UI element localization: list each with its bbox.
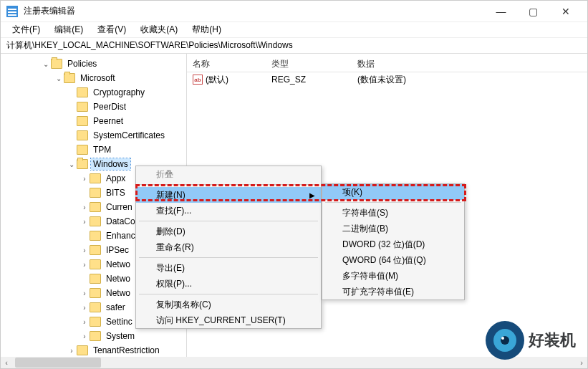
value-type: REG_SZ — [271, 75, 357, 85]
folder-icon — [77, 145, 88, 155]
ctx-new-qword[interactable]: QWORD (64 位)值(Q) — [322, 252, 464, 268]
folder-icon — [64, 73, 75, 83]
chevron-down-icon[interactable]: ⌄ — [54, 75, 64, 82]
tree-scrollbar[interactable]: ‹ › — [1, 357, 187, 368]
close-button[interactable]: ✕ — [549, 1, 582, 21]
ctx-find[interactable]: 查找(F)... — [136, 203, 321, 219]
menu-edit[interactable]: 编辑(E) — [49, 22, 89, 37]
chevron-right-icon[interactable]: › — [67, 347, 77, 355]
folder-icon — [77, 116, 88, 126]
tree-item-policies[interactable]: ⌄Policies — [1, 57, 186, 71]
chevron-right-icon[interactable]: › — [79, 289, 90, 297]
regedit-icon — [6, 6, 18, 17]
folder-icon — [90, 173, 101, 183]
ctx-new-dword[interactable]: DWORD (32 位)值(D) — [322, 236, 464, 252]
col-data[interactable]: 数据 — [357, 58, 587, 70]
folder-icon — [90, 188, 101, 198]
value-row[interactable]: ab(默认) REG_SZ (数值未设置) — [187, 72, 587, 87]
folder-icon — [90, 302, 101, 312]
folder-icon — [77, 102, 88, 112]
col-name[interactable]: 名称 — [193, 58, 271, 70]
folder-icon — [77, 130, 88, 140]
folder-icon — [77, 345, 88, 355]
ctx-new-key[interactable]: 项(K) — [322, 184, 464, 200]
scroll-left-icon[interactable]: ‹ — [1, 358, 12, 367]
chevron-right-icon[interactable]: › — [79, 261, 90, 269]
separator — [139, 184, 318, 185]
ctx-new[interactable]: 新建(N)▶ — [136, 187, 321, 203]
tree-item[interactable]: ›System — [1, 329, 186, 343]
ctx-collapse[interactable]: 折叠 — [136, 166, 321, 182]
tree-item[interactable]: ›TenantRestriction — [1, 343, 186, 358]
tree-item[interactable]: Peernet — [1, 114, 186, 128]
value-name: (默认) — [206, 74, 228, 86]
address-text: 计算机\HKEY_LOCAL_MACHINE\SOFTWARE\Policies… — [6, 39, 293, 52]
folder-icon — [77, 87, 88, 97]
menu-file[interactable]: 文件(F) — [6, 22, 46, 37]
ctx-delete[interactable]: 删除(D) — [136, 224, 321, 239]
watermark-logo: 好装机 — [486, 321, 576, 360]
separator — [139, 257, 318, 258]
chevron-right-icon[interactable]: › — [79, 332, 90, 340]
tree-item[interactable]: TPM — [1, 143, 186, 157]
window-controls: — ▢ ✕ — [485, 1, 582, 21]
ctx-permissions[interactable]: 权限(P)... — [136, 276, 321, 292]
ctx-export[interactable]: 导出(E) — [136, 260, 321, 276]
folder-icon — [90, 231, 101, 241]
value-data: (数值未设置) — [357, 74, 587, 86]
chevron-right-icon[interactable]: › — [79, 318, 90, 326]
folder-icon — [90, 274, 101, 284]
tree-item[interactable]: Cryptography — [1, 85, 186, 100]
menu-favorites[interactable]: 收藏夹(A) — [135, 22, 183, 37]
tree-item[interactable]: SystemCertificates — [1, 128, 186, 143]
chevron-right-icon[interactable]: › — [79, 175, 90, 183]
context-submenu-new: 项(K) 字符串值(S) 二进制值(B) DWORD (32 位)值(D) QW… — [322, 183, 465, 300]
ctx-rename[interactable]: 重命名(R) — [136, 239, 321, 255]
folder-icon — [90, 331, 101, 341]
folder-icon — [90, 202, 101, 212]
window-title: 注册表编辑器 — [24, 5, 485, 17]
folder-icon — [90, 317, 101, 327]
scroll-thumb[interactable] — [15, 358, 101, 368]
folder-icon — [90, 259, 101, 269]
menu-view[interactable]: 查看(V) — [92, 22, 132, 37]
chevron-right-icon[interactable]: › — [79, 304, 90, 312]
folder-icon — [51, 59, 62, 69]
chevron-down-icon[interactable]: ⌄ — [41, 60, 51, 68]
window: 注册表编辑器 — ▢ ✕ 文件(F) 编辑(E) 查看(V) 收藏夹(A) 帮助… — [0, 0, 588, 369]
titlebar: 注册表编辑器 — ▢ ✕ — [1, 1, 587, 22]
separator — [325, 202, 461, 203]
logo-text: 好装机 — [529, 332, 576, 348]
ctx-new-binary[interactable]: 二进制值(B) — [322, 221, 464, 236]
separator — [139, 294, 318, 294]
chevron-right-icon[interactable]: › — [79, 246, 90, 254]
column-headers: 名称 类型 数据 — [187, 57, 587, 72]
maximize-button[interactable]: ▢ — [517, 1, 549, 21]
logo-eye-icon — [486, 321, 524, 360]
menu-help[interactable]: 帮助(H) — [186, 22, 227, 37]
col-type[interactable]: 类型 — [271, 58, 357, 70]
folder-icon — [90, 245, 101, 255]
menubar: 文件(F) 编辑(E) 查看(V) 收藏夹(A) 帮助(H) — [1, 22, 587, 38]
chevron-down-icon[interactable]: ⌄ — [67, 160, 77, 168]
tree-item-microsoft[interactable]: ⌄Microsoft — [1, 71, 186, 85]
string-value-icon: ab — [193, 75, 203, 85]
ctx-new-expandstring[interactable]: 可扩充字符串值(E) — [322, 284, 464, 299]
ctx-copy-key-name[interactable]: 复制项名称(C) — [136, 297, 321, 312]
chevron-right-icon[interactable]: › — [79, 203, 90, 211]
address-bar[interactable]: 计算机\HKEY_LOCAL_MACHINE\SOFTWARE\Policies… — [1, 38, 587, 54]
separator — [139, 221, 318, 221]
folder-icon — [90, 288, 101, 298]
minimize-button[interactable]: — — [485, 1, 517, 21]
chevron-right-icon[interactable]: › — [79, 218, 90, 226]
ctx-goto-hkcu[interactable]: 访问 HKEY_CURRENT_USER(T) — [136, 312, 321, 328]
ctx-new-string[interactable]: 字符串值(S) — [322, 205, 464, 221]
context-menu: 折叠 新建(N)▶ 查找(F)... 删除(D) 重命名(R) 导出(E) 权限… — [135, 166, 322, 329]
tree-item[interactable]: PeerDist — [1, 100, 186, 114]
submenu-arrow-icon: ▶ — [309, 191, 315, 199]
folder-icon — [77, 159, 88, 169]
folder-icon — [90, 216, 101, 226]
ctx-new-multistring[interactable]: 多字符串值(M) — [322, 268, 464, 284]
